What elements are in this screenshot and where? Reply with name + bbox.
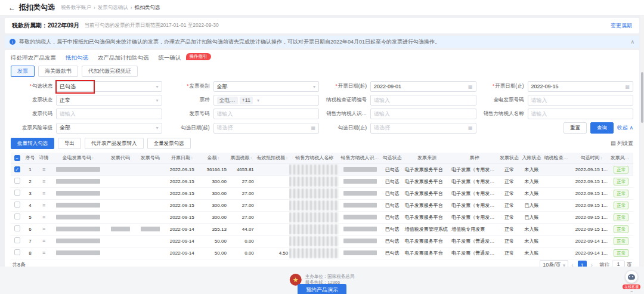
select-all-checkbox[interactable]: − [14, 155, 20, 161]
breadcrumb-item[interactable]: 税务数字账户 [61, 4, 91, 11]
notice-collapse-icon[interactable]: ∧ [630, 39, 634, 45]
tab-1[interactable]: 待处理农产品发票 [11, 54, 56, 62]
cell-check-status: 已勾选 [380, 163, 403, 175]
cell-seller-id [339, 247, 380, 259]
cell-seller-name [289, 175, 339, 187]
risk-level-tag[interactable]: 正常 [614, 249, 628, 257]
sort-icon[interactable]: ↕ [250, 156, 253, 160]
collapse-link[interactable]: 收起 ∧ [617, 124, 633, 132]
detail-icon[interactable]: ≡ [42, 178, 45, 184]
row-checkbox[interactable] [14, 249, 20, 255]
customer-service-badge[interactable]: 在线客服 [623, 284, 640, 289]
detail-icon[interactable]: ≡ [42, 190, 45, 196]
cell-source: 电子发票服务平台 [404, 199, 451, 211]
detail-icon[interactable]: ≡ [42, 202, 45, 208]
detail-icon[interactable]: ≡ [42, 166, 45, 172]
action-button-2[interactable]: 导出 [58, 138, 81, 149]
column-header-amount[interactable]: 金额↕ [199, 153, 228, 163]
selected-tag: +11 [240, 97, 253, 104]
search-button[interactable]: 查询 [590, 122, 614, 134]
date-picker[interactable]: 请选择▦ [370, 123, 476, 134]
dropdown-select[interactable]: 已勾选▾ [56, 81, 162, 92]
reset-button[interactable]: 重置 [564, 122, 587, 134]
action-button-4[interactable]: 全量发票勾选 [147, 138, 191, 149]
risk-level-tag[interactable]: 正常 [614, 237, 628, 245]
row-checkbox[interactable] [14, 225, 20, 231]
subtab-1[interactable]: 发票 [11, 66, 35, 77]
dropdown-select[interactable]: 全部▾ [56, 123, 162, 134]
tab-3[interactable]: 农产品加计扣除勾选 [98, 54, 149, 62]
demo-button[interactable]: 预约产品演示 [298, 284, 346, 294]
action-button-3[interactable]: 代开农产品发票转入 [85, 138, 144, 149]
column-header-tax[interactable]: 票面税额↕ [228, 153, 255, 163]
action-button-1[interactable]: 批量转入勾选 [11, 138, 54, 149]
filter-row: 发票状态正常▾票种全电…+11▾纳税检查证明编号请输入全电发票号码请输入 [11, 95, 633, 106]
widget-collapse-icon[interactable]: ⌄ [623, 289, 640, 293]
row-checkbox[interactable] [14, 178, 20, 184]
redacted-value [56, 167, 101, 172]
text-input[interactable]: 请输入 [370, 95, 476, 106]
date-picker[interactable]: 请选择▦ [213, 123, 320, 134]
risk-level-tag[interactable]: 正常 [614, 166, 628, 174]
row-checkbox[interactable] [14, 190, 20, 196]
breadcrumb-item[interactable]: 发票勾选确认 [98, 4, 128, 11]
risk-level-tag[interactable]: 正常 [614, 190, 628, 197]
cell-invoice-number [51, 235, 106, 247]
breadcrumb: 税务数字账户› 发票勾选确认› 抵扣类勾选 [61, 4, 160, 11]
text-input[interactable]: 请输入 [528, 109, 634, 119]
cell-check-time: 2022-09-15 1... [574, 187, 609, 199]
detail-icon[interactable]: ≡ [42, 250, 45, 256]
cell-amount: 36166.15 [199, 163, 228, 175]
dropdown-select[interactable]: 全部▾ [213, 81, 320, 92]
column-setting-icon: ▤ [611, 140, 617, 146]
detail-icon[interactable]: ≡ [42, 226, 45, 232]
date-picker[interactable]: 2022-09-15▦ [528, 81, 634, 92]
risk-level-tag[interactable]: 正常 [614, 178, 628, 185]
back-icon[interactable]: ← [8, 4, 16, 12]
cell-invoice-status: 正常 [499, 223, 520, 235]
row-checkbox[interactable] [14, 213, 20, 219]
change-period-link[interactable]: 变更属期 [611, 22, 632, 30]
subtab-2[interactable]: 海关缴款书 [38, 66, 78, 77]
redacted-value [56, 215, 101, 219]
field-label: 销售方纳税人名称 [482, 110, 528, 117]
cell-invoice-no [135, 211, 165, 223]
customer-service-avatar[interactable] [625, 270, 638, 283]
dropdown-select[interactable]: 全电…+11▾ [213, 95, 320, 106]
sort-icon[interactable]: ↕ [92, 156, 94, 160]
sort-icon[interactable]: ↕ [286, 156, 288, 160]
guide-badge[interactable]: 操作指引 [186, 53, 211, 60]
risk-level-tag[interactable]: 正常 [614, 213, 628, 221]
column-header-number[interactable]: 全电发票号码↕ [51, 153, 106, 163]
cell-checkbox [11, 211, 23, 223]
cell-seller-id [339, 175, 380, 187]
column-setting-link[interactable]: ▤ 列设置 [611, 140, 633, 147]
sort-icon[interactable]: ↕ [218, 156, 220, 160]
detail-icon[interactable]: ≡ [42, 238, 45, 244]
column-header-time[interactable]: 勾选时间↕ [574, 153, 609, 163]
sort-icon[interactable]: ↕ [600, 156, 603, 160]
column-header-eff[interactable]: 有效抵扣税额↕ [255, 153, 289, 163]
scrollbar-thumb[interactable] [641, 72, 643, 123]
subtab-3[interactable]: 代扣代缴完税凭证 [82, 66, 138, 77]
cell-seq: 7 [23, 235, 37, 247]
date-picker[interactable]: 2022-09-01▦ [370, 81, 476, 92]
row-checkbox[interactable] [14, 237, 20, 243]
row-checkbox[interactable] [14, 202, 20, 208]
sort-icon[interactable]: ↕ [191, 156, 193, 160]
risk-level-tag[interactable]: 正常 [614, 202, 628, 209]
blurred-value [289, 248, 339, 258]
text-input[interactable]: 请输入 [213, 109, 320, 119]
dropdown-select[interactable]: 正常▾ [56, 95, 162, 106]
row-checkbox[interactable]: ✓ [14, 166, 20, 172]
text-input[interactable]: 请输入 [528, 95, 634, 106]
text-input[interactable]: 请输入 [370, 109, 476, 119]
table-row: 4≡2022-09-15300.0027.00已勾选电子发票服务平台电子发票（专… [11, 199, 633, 211]
text-input[interactable]: 请输入 [56, 109, 162, 119]
column-header-date[interactable]: 开票日期↕ [165, 153, 199, 163]
risk-level-tag[interactable]: 正常 [614, 225, 628, 233]
tab-2[interactable]: 抵扣勾选 [66, 54, 88, 62]
detail-icon[interactable]: ≡ [42, 214, 45, 220]
tab-4[interactable]: 统一确认 [159, 54, 181, 62]
cell-check-status: 已勾选 [380, 223, 403, 235]
